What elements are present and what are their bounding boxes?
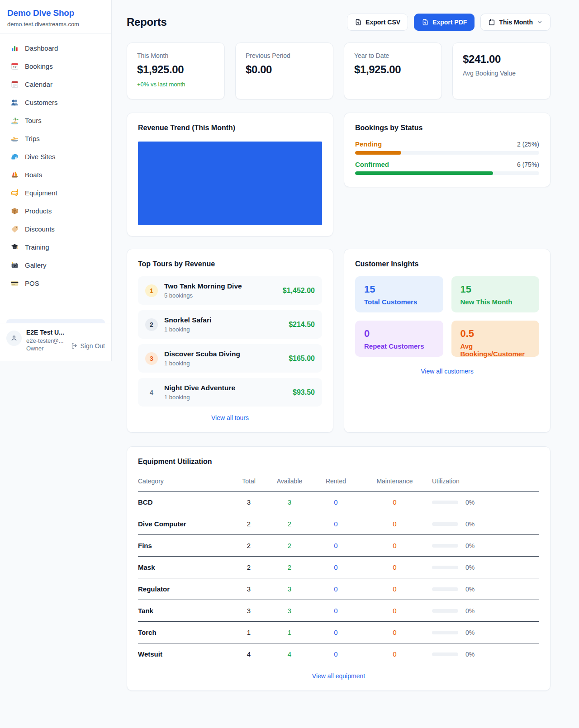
column-header-total: Total	[233, 474, 265, 492]
export-pdf-label: Export PDF	[432, 19, 467, 26]
export-csv-button[interactable]: Export CSV	[347, 14, 408, 31]
user-meta: E2E Test U... e2e-tester@... Owner	[26, 329, 66, 355]
table-header-row: Category Total Available Rented Maintena…	[138, 474, 539, 492]
sidebar-item-bookings[interactable]: 17Bookings	[5, 57, 106, 75]
dive-mask-icon	[10, 188, 19, 197]
utilization-bar	[432, 631, 458, 634]
tag-icon	[10, 224, 19, 233]
stat-card-avg-booking-value: $241.00Avg Booking Value	[452, 43, 551, 99]
status-progress-fill	[355, 171, 493, 175]
graduation-cap-icon	[10, 242, 19, 251]
view-all-equipment-link[interactable]: View all equipment	[138, 672, 539, 680]
equipment-table: Category Total Available Rented Maintena…	[138, 474, 539, 665]
table-row-dive-computer: Dive Computer22000%	[138, 513, 539, 535]
insight-label: Total Customers	[364, 298, 434, 306]
insight-tile-avg-bookings-customer: 0.5Avg Bookings/Customer	[451, 321, 540, 357]
table-row-bcd: BCD33000%	[138, 492, 539, 513]
stat-value: $0.00	[246, 63, 323, 76]
cell-category: Fins	[138, 535, 233, 557]
tour-row-night-dive-adventure: 4Night Dive Adventure1 booking$93.50	[138, 378, 322, 407]
status-count: 6 (75%)	[517, 161, 539, 168]
sidebar-item-customers[interactable]: Customers	[5, 93, 106, 111]
export-csv-label: Export CSV	[365, 19, 400, 26]
cell-rented: 0	[314, 557, 357, 578]
period-select[interactable]: This Month	[480, 14, 551, 31]
sidebar-item-trips[interactable]: Trips	[5, 129, 106, 147]
tour-name: Night Dive Adventure	[164, 384, 286, 392]
export-pdf-button[interactable]: Export PDF	[414, 14, 475, 31]
insight-label: New This Month	[460, 298, 531, 306]
sidebar-item-boats[interactable]: Boats	[5, 165, 106, 184]
sidebar-item-gallery[interactable]: Gallery	[5, 256, 106, 274]
cell-available: 4	[265, 643, 314, 665]
tour-name: Two Tank Morning Dive	[164, 282, 276, 290]
stat-value: $1,925.00	[137, 63, 214, 76]
revenue-trend-card: Revenue Trend (This Month)	[127, 113, 333, 236]
brand: Demo Dive Shop demo.test.divestreams.com	[0, 0, 111, 33]
revenue-trend-chart	[138, 142, 322, 225]
camera-icon	[10, 260, 19, 269]
brand-name: Demo Dive Shop	[7, 8, 104, 18]
sidebar-item-dashboard[interactable]: Dashboard	[5, 39, 106, 57]
utilization-bar	[432, 522, 458, 526]
tour-bookings: 1 booking	[164, 394, 286, 401]
view-all-tours-link[interactable]: View all tours	[138, 414, 322, 421]
calendar-icon	[488, 19, 495, 26]
utilization-bar	[432, 652, 458, 656]
tour-revenue: $1,452.00	[283, 287, 315, 295]
sign-out-button[interactable]: Sign Out	[71, 336, 105, 355]
brand-domain: demo.test.divestreams.com	[7, 21, 104, 28]
sidebar-item-products[interactable]: Products	[5, 202, 106, 220]
table-row-regulator: Regulator33000%	[138, 578, 539, 600]
customer-insights-title: Customer Insights	[355, 260, 539, 268]
sidebar-item-pos[interactable]: POS	[5, 274, 106, 292]
cell-utilization: 0%	[432, 578, 539, 600]
insight-tile-new-this-month: 15New This Month	[451, 276, 540, 312]
sidebar-item-calendar[interactable]: Calendar	[5, 75, 106, 93]
sign-out-label: Sign Out	[81, 342, 105, 350]
insight-value: 15	[460, 284, 531, 295]
speedboat-icon	[10, 134, 19, 143]
utilization-percent: 0%	[465, 499, 475, 506]
bar-chart-icon	[10, 43, 19, 52]
wave-icon	[10, 152, 19, 161]
utilization-bar	[432, 587, 458, 591]
view-all-customers-link[interactable]: View all customers	[355, 368, 539, 375]
stat-label: Avg Booking Value	[463, 70, 540, 77]
sidebar-item-tours[interactable]: Tours	[5, 111, 106, 129]
package-icon	[10, 206, 19, 215]
column-header-rented: Rented	[314, 474, 357, 492]
cell-category: Torch	[138, 622, 233, 643]
utilization-percent: 0%	[465, 564, 475, 571]
stat-label: Previous Period	[246, 52, 323, 59]
bookings-by-status-card: Bookings by Status Pending2 (25%)Confirm…	[344, 113, 551, 187]
status-label: Pending	[355, 140, 382, 148]
utilization-percent: 0%	[465, 607, 475, 615]
page-title: Reports	[127, 16, 167, 28]
cell-category: Mask	[138, 557, 233, 578]
bookings-by-status-title: Bookings by Status	[355, 124, 539, 132]
tour-bookings: 5 bookings	[164, 292, 276, 299]
sidebar-item-discounts[interactable]: Discounts	[5, 220, 106, 238]
stat-value: $241.00	[463, 53, 540, 66]
cell-rented: 0	[314, 622, 357, 643]
avatar	[6, 331, 22, 346]
period-label: This Month	[499, 19, 533, 26]
status-list: Pending2 (25%)Confirmed6 (75%)	[355, 140, 539, 175]
cell-maintenance: 0	[357, 643, 432, 665]
cell-rented: 0	[314, 578, 357, 600]
table-row-wetsuit: Wetsuit44000%	[138, 643, 539, 665]
column-header-category: Category	[138, 474, 233, 492]
tour-revenue: $214.50	[289, 321, 315, 329]
cell-maintenance: 0	[357, 513, 432, 535]
cell-maintenance: 0	[357, 492, 432, 513]
sidebar-item-dive-sites[interactable]: Dive Sites	[5, 147, 106, 165]
cell-maintenance: 0	[357, 600, 432, 622]
insights-row: Top Tours by Revenue 1Two Tank Morning D…	[127, 249, 551, 433]
sidebar-item-equipment[interactable]: Equipment	[5, 184, 106, 202]
sidebar-item-training[interactable]: Training	[5, 238, 106, 256]
cell-utilization: 0%	[432, 557, 539, 578]
people-icon	[10, 98, 19, 107]
cell-rented: 0	[314, 492, 357, 513]
calendar-page-icon	[10, 80, 19, 89]
